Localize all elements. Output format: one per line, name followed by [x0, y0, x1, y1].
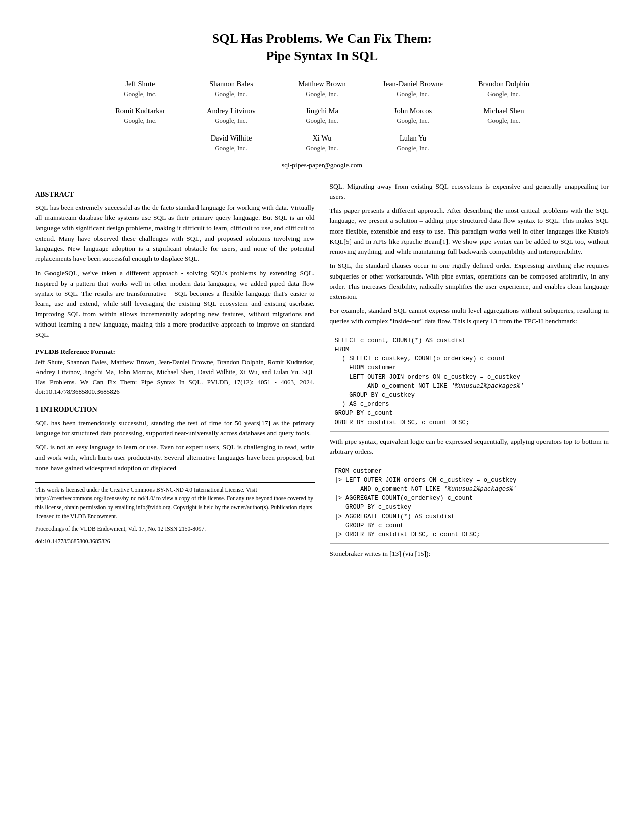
- authors-section: Jeff Shute Google, Inc. Shannon Bales Go…: [35, 79, 609, 154]
- footnote-1: This work is licensed under the Creative…: [35, 486, 315, 521]
- left-column: ABSTRACT SQL has been extremely successf…: [35, 181, 315, 564]
- footnote-2: Proceedings of the VLDB Endowment, Vol. …: [35, 525, 315, 533]
- author-andrey-litvinov: Andrey Litvinov Google, Inc.: [199, 106, 264, 126]
- right-para-1: SQL. Migrating away from existing SQL ec…: [330, 181, 609, 202]
- author-matthew-brown: Matthew Brown Google, Inc.: [289, 79, 355, 99]
- author-brandon-dolphin: Brandon Dolphin Google, Inc.: [471, 79, 537, 99]
- title-line1: SQL Has Problems. We Can Fix Them:: [212, 31, 432, 46]
- abstract-para-2: In GoogleSQL, we've taken a different ap…: [35, 268, 315, 340]
- author-row-1: Jeff Shute Google, Inc. Shannon Bales Go…: [35, 79, 609, 99]
- author-lulan-yu: Lulan Yu Google, Inc.: [380, 133, 446, 153]
- intro-para-2: SQL is not an easy language to learn or …: [35, 442, 315, 473]
- end-text: Stonebraker writes in [13] (via [15]):: [330, 549, 609, 559]
- author-row-2: Romit Kudtarkar Google, Inc. Andrey Litv…: [35, 106, 609, 126]
- abstract-para-1: SQL has been extremely successful as the…: [35, 203, 315, 264]
- pvldb-ref-text: Jeff Shute, Shannon Bales, Matthew Brown…: [35, 357, 315, 397]
- author-david-wilhite: David Wilhite Google, Inc.: [199, 133, 264, 153]
- intro-para-1: SQL has been tremendously successful, st…: [35, 418, 315, 439]
- abstract-title: ABSTRACT: [35, 190, 315, 200]
- introduction-title: 1 INTRODUCTION: [35, 405, 315, 415]
- author-jean-daniel-browne: Jean-Daniel Browne Google, Inc.: [380, 79, 446, 99]
- author-xi-wu: Xi Wu Google, Inc.: [289, 133, 355, 153]
- code-block-1: SELECT c_count, COUNT(*) AS custdist FRO…: [330, 332, 609, 432]
- paper-title: SQL Has Problems. We Can Fix Them: Pipe …: [35, 30, 609, 65]
- main-content: ABSTRACT SQL has been extremely successf…: [35, 181, 609, 564]
- author-shannon-bales: Shannon Bales Google, Inc.: [199, 79, 264, 99]
- author-john-morcos: John Morcos Google, Inc.: [380, 106, 446, 126]
- author-romit-kudtarkar: Romit Kudtarkar Google, Inc.: [108, 106, 173, 126]
- footnote-3: doi:10.14778/3685800.3685826: [35, 537, 315, 546]
- author-jeff-shute: Jeff Shute Google, Inc.: [108, 79, 173, 99]
- contact-email: sql-pipes-paper@google.com: [35, 160, 609, 170]
- title-line2: Pipe Syntax In SQL: [266, 49, 378, 63]
- right-para-4: For example, standard SQL cannot express…: [330, 306, 609, 327]
- introduction-section: 1 INTRODUCTION SQL has been tremendously…: [35, 405, 315, 474]
- footnotes: This work is licensed under the Creative…: [35, 482, 315, 546]
- right-para-2: This paper presents a different approach…: [330, 206, 609, 257]
- author-jingchi-ma: Jingchi Ma Google, Inc.: [289, 106, 355, 126]
- pvldb-ref-title: PVLDB Reference Format:: [35, 348, 115, 355]
- author-row-3: David Wilhite Google, Inc. Xi Wu Google,…: [35, 133, 609, 153]
- code-block-2: FROM customer |> LEFT OUTER JOIN orders …: [330, 462, 609, 544]
- author-michael-shen: Michael Shen Google, Inc.: [471, 106, 537, 126]
- right-para-3: In SQL, the standard clauses occur in on…: [330, 261, 609, 302]
- pvldb-reference: PVLDB Reference Format: Jeff Shute, Shan…: [35, 347, 315, 396]
- mid-text: With pipe syntax, equivalent logic can b…: [330, 437, 609, 457]
- right-column: SQL. Migrating away from existing SQL ec…: [330, 181, 609, 564]
